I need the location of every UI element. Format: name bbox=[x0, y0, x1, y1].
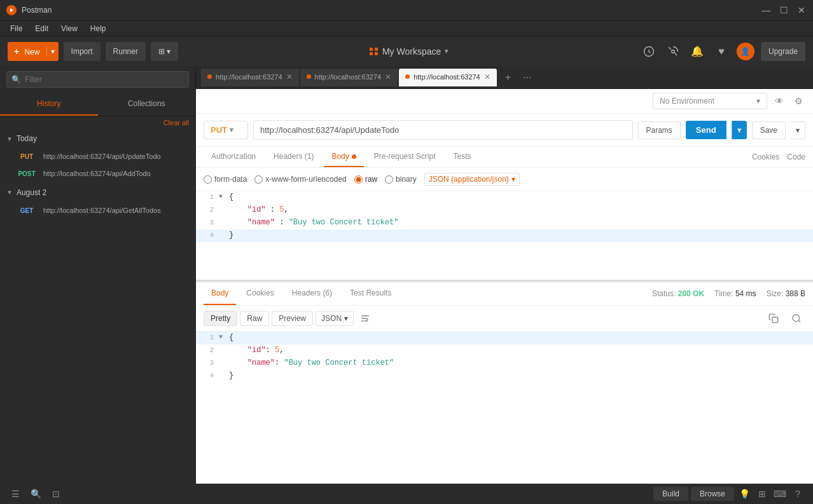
sidebar-group-august-header[interactable]: ▼ August 2 bbox=[0, 183, 195, 202]
browse-button[interactable]: Browse bbox=[691, 487, 734, 501]
menu-view[interactable]: View bbox=[56, 23, 83, 34]
upgrade-button[interactable]: Upgrade bbox=[761, 42, 805, 61]
subtab-headers[interactable]: Headers (1) bbox=[266, 147, 321, 167]
env-bar: No Environment ▾ 👁 ⚙ bbox=[196, 89, 813, 114]
build-button[interactable]: Build bbox=[653, 487, 688, 501]
wrap-lines-icon[interactable] bbox=[356, 310, 374, 327]
tab-close-1[interactable]: ✕ bbox=[286, 72, 293, 81]
workspace-icon bbox=[370, 48, 379, 55]
clear-all-button[interactable]: Clear all bbox=[0, 116, 195, 129]
binary-option[interactable]: binary bbox=[385, 175, 417, 184]
json-chevron-icon: ▾ bbox=[344, 314, 348, 323]
close-button[interactable]: ✕ bbox=[796, 5, 807, 15]
import-button[interactable]: Import bbox=[64, 42, 101, 61]
code-line-1: 1 ▼ { bbox=[196, 191, 813, 204]
resp-code-line-3: 3 "name": "Buy two Concert ticket" bbox=[196, 357, 813, 370]
list-item[interactable]: GET http://localhost:63274/api/GetAllTod… bbox=[0, 202, 195, 219]
send-button[interactable]: Send bbox=[686, 121, 726, 139]
urlencoded-option[interactable]: x-www-form-urlencoded bbox=[254, 175, 346, 184]
code-line-2: 2 "id" : 5, bbox=[196, 204, 813, 217]
sidebar-group-today-header[interactable]: ▼ Today bbox=[0, 129, 195, 148]
sidebar-search-area: 🔍 bbox=[0, 66, 195, 93]
preview-button[interactable]: Preview bbox=[272, 311, 313, 326]
raw-option[interactable]: raw bbox=[354, 175, 377, 184]
method-chevron: ▾ bbox=[230, 126, 233, 134]
workspace-selector[interactable]: My Workspace ▾ bbox=[363, 44, 455, 59]
heart-icon[interactable]: ♥ bbox=[712, 43, 730, 60]
raw-button[interactable]: Raw bbox=[240, 311, 269, 326]
copy-icon[interactable] bbox=[765, 310, 782, 327]
more-options-button[interactable]: ⊞ ▾ bbox=[151, 42, 178, 61]
response-status-bar: Status: 200 OK Time: 54 ms Size: 388 B bbox=[652, 289, 805, 298]
tab-2[interactable]: http://localhost:63274 ✕ bbox=[300, 69, 398, 86]
subtab-authorization[interactable]: Authorization bbox=[204, 147, 263, 167]
save-button[interactable]: Save bbox=[752, 121, 786, 139]
new-button-dropdown[interactable]: ▾ bbox=[46, 47, 59, 56]
menu-file[interactable]: File bbox=[5, 23, 27, 34]
tab-collections[interactable]: Collections bbox=[98, 93, 196, 116]
chevron-down-icon: ▾ bbox=[756, 97, 760, 106]
send-dropdown-button[interactable]: ▾ bbox=[732, 121, 747, 139]
search-icon[interactable] bbox=[788, 310, 805, 327]
resp-tab-cookies[interactable]: Cookies bbox=[239, 282, 281, 305]
search-bottom-icon[interactable]: 🔍 bbox=[28, 486, 43, 501]
tabs-bar: http://localhost:63274 ✕ http://localhos… bbox=[196, 66, 813, 89]
resp-code-line-4: 4 } bbox=[196, 370, 813, 383]
format-selector[interactable]: JSON (application/json) ▾ bbox=[424, 173, 520, 186]
resp-code-line-2: 2 "id": 5, bbox=[196, 344, 813, 357]
help-icon[interactable]: ? bbox=[790, 486, 805, 501]
url-input[interactable] bbox=[253, 120, 633, 140]
new-button-main[interactable]: + New bbox=[8, 46, 46, 57]
layout-icon[interactable]: ⊞ bbox=[754, 486, 770, 501]
request-editor: PUT ▾ Params Send ▾ Save ▾ Authorization… bbox=[196, 114, 813, 282]
sidebar-item-url: http://localhost:63274/api/AddTodo bbox=[43, 169, 151, 179]
lightbulb-icon[interactable]: 💡 bbox=[737, 486, 752, 501]
tab-url-1: http://localhost:63274 bbox=[216, 73, 282, 81]
satellite-icon[interactable] bbox=[664, 43, 682, 60]
request-code-editor[interactable]: 1 ▼ { 2 "id" : 5, 3 "name" : "Buy two Co… bbox=[196, 191, 813, 280]
search-input[interactable] bbox=[6, 71, 189, 88]
sidebar-content: ▼ Today PUT http://localhost:63274/api/U… bbox=[0, 129, 195, 484]
runner-button[interactable]: Runner bbox=[106, 42, 146, 61]
menu-help[interactable]: Help bbox=[85, 23, 111, 34]
method-selector[interactable]: PUT ▾ bbox=[204, 121, 248, 139]
user-avatar[interactable]: 👤 bbox=[737, 43, 754, 60]
json-format-selector[interactable]: JSON ▾ bbox=[316, 311, 354, 326]
tab-close-2[interactable]: ✕ bbox=[385, 72, 391, 81]
titlebar: Postman — ☐ ✕ bbox=[0, 0, 813, 20]
subtab-prerequest[interactable]: Pre-request Script bbox=[366, 147, 443, 167]
tab-history[interactable]: History bbox=[0, 93, 98, 116]
settings-icon[interactable]: ⚙ bbox=[791, 94, 805, 108]
code-link[interactable]: Code bbox=[787, 147, 805, 167]
body-dot bbox=[352, 154, 356, 159]
tab-overflow-button[interactable]: ··· bbox=[520, 70, 535, 85]
minimize-button[interactable]: — bbox=[761, 5, 771, 15]
sync-icon[interactable] bbox=[640, 43, 658, 60]
list-item[interactable]: POST http://localhost:63274/api/AddTodo bbox=[0, 165, 195, 182]
notification-icon[interactable]: 🔔 bbox=[688, 43, 706, 60]
list-item[interactable]: PUT http://localhost:63274/api/UpdateTod… bbox=[0, 148, 195, 165]
response-tabs-bar: Body Cookies Headers (6) Test Results St… bbox=[196, 282, 813, 306]
resp-tab-tests[interactable]: Test Results bbox=[342, 282, 399, 305]
resp-tab-headers[interactable]: Headers (6) bbox=[284, 282, 340, 305]
env-selector[interactable]: No Environment ▾ bbox=[653, 93, 767, 109]
tab-3[interactable]: http://localhost:63274 ✕ bbox=[399, 69, 497, 86]
sidebar-toggle-icon[interactable]: ☰ bbox=[8, 486, 23, 501]
subtab-body[interactable]: Body bbox=[324, 147, 363, 167]
cookies-link[interactable]: Cookies bbox=[752, 147, 779, 167]
pretty-button[interactable]: Pretty bbox=[204, 311, 237, 326]
save-dropdown-button[interactable]: ▾ bbox=[791, 121, 805, 139]
keyboard-icon[interactable]: ⌨ bbox=[772, 486, 788, 501]
menu-edit[interactable]: Edit bbox=[30, 23, 53, 34]
params-button[interactable]: Params bbox=[638, 121, 681, 139]
add-tab-button[interactable]: + bbox=[501, 70, 516, 85]
eye-icon[interactable]: 👁 bbox=[772, 94, 786, 108]
maximize-button[interactable]: ☐ bbox=[779, 5, 789, 15]
tab-close-3[interactable]: ✕ bbox=[484, 72, 490, 81]
tab-1[interactable]: http://localhost:63274 ✕ bbox=[201, 69, 299, 86]
subtab-tests[interactable]: Tests bbox=[445, 147, 478, 167]
console-icon[interactable]: ⊡ bbox=[48, 486, 64, 501]
new-button-group[interactable]: + New ▾ bbox=[8, 42, 59, 61]
resp-tab-body[interactable]: Body bbox=[204, 282, 236, 305]
form-data-option[interactable]: form-data bbox=[204, 175, 247, 184]
